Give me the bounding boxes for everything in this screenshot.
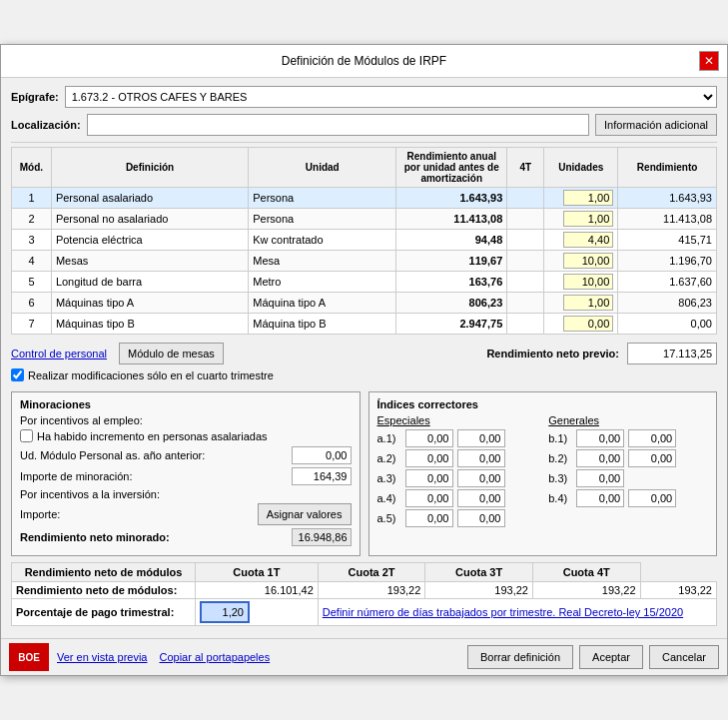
cell-mod: 2 <box>12 209 52 230</box>
a4-v1-input[interactable] <box>405 489 453 507</box>
a2-v2-input[interactable] <box>457 449 505 467</box>
th-unidades: Unidades <box>544 148 618 188</box>
unidades-input[interactable] <box>563 295 613 311</box>
row2-val-cell <box>195 599 318 626</box>
cell-4t <box>507 209 544 230</box>
window-title: Definición de Módulos de IRPF <box>29 54 699 68</box>
rend-neto-previo-label: Rendimiento neto previo: <box>486 348 619 360</box>
incremento-label: Ha habido incremento en personas asalari… <box>37 430 268 442</box>
cell-4t <box>507 230 544 251</box>
cell-rendimiento: 806,23 <box>618 293 717 314</box>
b1-v2-input[interactable] <box>628 429 676 447</box>
porcentaje-input[interactable] <box>200 601 250 623</box>
b2-v1-input[interactable] <box>576 449 624 467</box>
importe2-label: Importe: <box>20 508 252 520</box>
ud-modulo-input[interactable] <box>292 446 352 464</box>
cell-unidades[interactable] <box>544 209 618 230</box>
a4-v2-input[interactable] <box>457 489 505 507</box>
unidades-input[interactable] <box>563 316 613 332</box>
unidades-input[interactable] <box>563 211 613 227</box>
cell-mod: 5 <box>12 272 52 293</box>
unidades-input[interactable] <box>563 253 613 269</box>
cell-unidades[interactable] <box>544 314 618 335</box>
row1-c2: 193,22 <box>425 582 533 599</box>
unidades-input[interactable] <box>563 274 613 290</box>
row2-link-cell: Definir número de días trabajados por tr… <box>318 599 716 626</box>
cell-4t <box>507 314 544 335</box>
cell-unidades[interactable] <box>544 230 618 251</box>
epigraph-select[interactable]: 1.673.2 - OTROS CAFES Y BARES <box>65 86 717 108</box>
cell-def: Máquinas tipo A <box>51 293 248 314</box>
b4-v1-input[interactable] <box>576 489 624 507</box>
unidades-input[interactable] <box>563 232 613 248</box>
th-4t: 4T <box>507 148 544 188</box>
cell-def: Personal asalariado <box>51 188 248 209</box>
table-row: 6 Máquinas tipo A Máquina tipo A 806,23 … <box>12 293 717 314</box>
ver-vista-previa-link[interactable]: Ver en vista previa <box>57 651 148 663</box>
cell-mod: 1 <box>12 188 52 209</box>
a3-v2-input[interactable] <box>457 469 505 487</box>
b2-v2-input[interactable] <box>628 449 676 467</box>
cell-mod: 6 <box>12 293 52 314</box>
cell-rend-anual: 163,76 <box>396 272 507 293</box>
cell-def: Potencia eléctrica <box>51 230 248 251</box>
cell-unidades[interactable] <box>544 293 618 314</box>
importe-minoracion-input[interactable] <box>292 467 352 485</box>
table-row: 1 Personal asalariado Persona 1.643,93 1… <box>12 188 717 209</box>
th-cuota1t: Cuota 1T <box>195 563 318 582</box>
close-button[interactable]: ✕ <box>699 51 719 71</box>
b1-v1-input[interactable] <box>576 429 624 447</box>
minoraciones-title: Minoraciones <box>20 398 352 410</box>
generales-col: Generales b.1) b.2) b.3) <box>548 414 708 529</box>
localizacion-input[interactable] <box>87 114 589 136</box>
bottom-row1: Rendimiento neto de módulos: 16.101,42 1… <box>12 582 717 599</box>
cell-unidades[interactable] <box>544 251 618 272</box>
control-personal-link[interactable]: Control de personal <box>11 348 107 360</box>
cell-rendimiento: 1.643,93 <box>618 188 717 209</box>
cell-unidades[interactable] <box>544 188 618 209</box>
incentivos-inversion-label: Por incentivos a la inversión: <box>20 488 352 500</box>
definir-dias-link[interactable]: Definir número de días trabajados por tr… <box>323 606 683 618</box>
especiales-a5: a.5) <box>377 509 537 527</box>
cell-rend-anual: 1.643,93 <box>396 188 507 209</box>
aceptar-button[interactable]: Aceptar <box>579 645 643 669</box>
especiales-label: Especiales <box>377 414 537 426</box>
rend-neto-minorado-label: Rendimiento neto minorado: <box>20 531 286 543</box>
b4-v2-input[interactable] <box>628 489 676 507</box>
rend-neto-previo-input[interactable] <box>627 343 717 364</box>
footer-bar: BOE Ver en vista previa Copiar al portap… <box>1 638 727 675</box>
row2-label: Porcentaje de pago trimestral: <box>12 599 196 626</box>
a5-v2-input[interactable] <box>457 509 505 527</box>
borrar-definicion-button[interactable]: Borrar definición <box>467 645 573 669</box>
asignar-valores-button[interactable]: Asignar valores <box>258 503 352 525</box>
epigraph-row: Epígrafe: 1.673.2 - OTROS CAFES Y BARES <box>11 86 717 108</box>
rendimiento-neto-previo-row: Rendimiento neto previo: <box>486 343 717 364</box>
a5-v1-input[interactable] <box>405 509 453 527</box>
th-cuota3t: Cuota 3T <box>425 563 533 582</box>
a1-v2-input[interactable] <box>457 429 505 447</box>
bottom-row2: Porcentaje de pago trimestral: Definir n… <box>12 599 717 626</box>
unidades-input[interactable] <box>563 190 613 206</box>
incremento-checkbox[interactable] <box>20 429 33 442</box>
cell-uni: Máquina tipo A <box>249 293 396 314</box>
a2-v1-input[interactable] <box>405 449 453 467</box>
cell-unidades[interactable] <box>544 272 618 293</box>
especiales-a3: a.3) <box>377 469 537 487</box>
th-rendimiento: Rendimiento <box>618 148 717 188</box>
localizacion-label: Localización: <box>11 119 81 131</box>
links-area: Control de personal Módulo de mesas <box>11 343 274 364</box>
a3-v1-input[interactable] <box>405 469 453 487</box>
modulo-mesas-button[interactable]: Módulo de mesas <box>119 343 224 364</box>
cell-rend-anual: 11.413,08 <box>396 209 507 230</box>
ud-modulo-row: Ud. Módulo Personal as. año anterior: <box>20 446 352 464</box>
cell-uni: Persona <box>249 209 396 230</box>
a1-v1-input[interactable] <box>405 429 453 447</box>
indices-title: Índices correctores <box>377 398 709 410</box>
b3-v2-input[interactable] <box>576 469 624 487</box>
cell-def: Mesas <box>51 251 248 272</box>
cuarto-trimestre-checkbox[interactable] <box>11 368 24 381</box>
cancelar-button[interactable]: Cancelar <box>649 645 719 669</box>
copiar-portapapeles-link[interactable]: Copiar al portapapeles <box>160 651 271 663</box>
th-uni: Unidad <box>249 148 396 188</box>
info-adicional-button[interactable]: Información adicional <box>595 114 717 136</box>
